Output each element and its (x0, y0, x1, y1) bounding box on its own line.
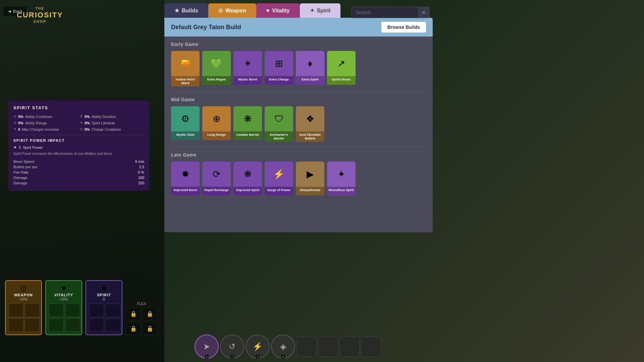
spirit-stats-panel: SPIRIT STATS ⊙ 0% Ability Cooldown ✗ 0% … (8, 101, 149, 191)
spirit-tab-icon: ✦ (310, 7, 314, 14)
stat-ability-range: ⊙ 0% Ability Range (13, 121, 78, 125)
vitality-tab-label: Vitality (272, 8, 289, 14)
tab-vitality[interactable]: ♥ Vitality (256, 3, 300, 18)
stats-grid: ⊙ 0% Ability Cooldown ✗ 0% Ability Durat… (13, 114, 144, 131)
weapon-stat-name: WEAPON (8, 293, 39, 297)
flex-slot-1: 🔒 (126, 307, 141, 320)
mid-game-section: Mid Game ⚙ Mystic Shot ⊕ Long Range ❋ Co… (164, 92, 433, 147)
flex-section: FLEX 🔒 🔒 🔒 🔒 (126, 299, 157, 335)
ability-slot-3[interactable]: ⚡ 3 (246, 335, 270, 359)
weapon-icon: ⊙ (8, 284, 39, 293)
improved-burst-name: Improved Burst (171, 187, 200, 195)
sharpshooter-icon: ▶ (296, 162, 324, 187)
long-range-icon: ⊕ (202, 106, 231, 131)
item-sharpshooter[interactable]: ▶ Sharpshooter (296, 162, 324, 195)
vitality-slot-4 (65, 318, 80, 332)
soul-shredder-icon: ❖ (296, 106, 324, 131)
item-combat-barrier[interactable]: ❋ Combat Barrier (233, 106, 262, 142)
spirit-stats-title: SPIRIT STATS (13, 106, 144, 110)
flex-slot-3: 🔒 (126, 322, 141, 335)
item-mystic-shot[interactable]: ⚙ Mystic Shot (171, 106, 200, 142)
ability-1-icon: ➤ (203, 342, 210, 351)
search-close-button[interactable]: ✕ (419, 7, 429, 18)
spirit-stat-box[interactable]: ★ SPIRIT 0 (86, 280, 122, 335)
item-enchanters-barrier[interactable]: 🛡 Enchanter's Barrier (265, 106, 293, 142)
builds-tab-label: Builds (182, 8, 198, 14)
spirit-power-title: SPIRIT POWER IMPACT (13, 138, 144, 142)
mid-game-items: ⚙ Mystic Shot ⊕ Long Range ❋ Combat Barr… (171, 106, 426, 142)
tab-spirit[interactable]: ✦ Spirit (300, 3, 341, 18)
damage1-value: 100 (138, 176, 144, 180)
builds-tab-icon: ★ (174, 7, 179, 14)
ability-slot-1[interactable]: ➤ 1 (195, 335, 219, 359)
hollow-point-ward-icon: 🔫 (171, 51, 200, 76)
spirit-icon: ★ (89, 284, 119, 293)
item-surge-of-power[interactable]: ⚡ Surge of Power (265, 162, 293, 195)
item-mystic-burst[interactable]: ✴ Mystic Burst (233, 51, 262, 86)
stats-list-move-speed: Move Speed 6 m/s (13, 159, 144, 164)
ability-slot-4[interactable]: ◈ 4 (271, 335, 295, 359)
character-stats-row: ⊙ WEAPON +0% ♥ VITALITY +0% ★ SPIRIT (5, 280, 157, 335)
enchanters-barrier-name: Enchanter's Barrier (265, 131, 293, 142)
max-charges-icon: ✦ (13, 127, 16, 131)
mid-game-title: Mid Game (171, 97, 426, 102)
flex-slots: 🔒 🔒 🔒 🔒 (126, 307, 157, 335)
item-extra-regen[interactable]: 💚 Extra Regen (202, 51, 231, 86)
ability-range-icon: ⊙ (13, 121, 16, 125)
combat-barrier-icon: ❋ (233, 106, 262, 131)
stat-ability-duration: ✗ 0% Ability Duration (80, 114, 144, 119)
item-improved-spirit[interactable]: ❋ Improved Spirit (233, 162, 262, 195)
tab-builds[interactable]: ★ Builds (164, 3, 208, 18)
item-improved-burst[interactable]: ✸ Improved Burst (171, 162, 200, 195)
vitality-stat-name: VITALITY (49, 293, 79, 297)
item-long-range[interactable]: ⊕ Long Range (202, 106, 231, 142)
rapid-recharge-icon: ⟳ (202, 162, 231, 187)
character-panel: ◄ Back THE CURIOSITY SHOP SPIRIT STATS ⊙… (0, 0, 164, 362)
early-game-items: 🔫 Hollow Point Ward 💚 Extra Regen ✴ Myst… (171, 51, 426, 86)
spirit-slot-1 (89, 304, 104, 317)
early-game-section: Early Game 🔫 Hollow Point Ward 💚 Extra R… (164, 37, 433, 92)
sharpshooter-name: Sharpshooter (296, 187, 324, 195)
spirit-slot-3 (89, 318, 104, 332)
ability-slot-2[interactable]: ↺ 2 (220, 335, 244, 359)
vitality-slots (49, 304, 79, 332)
mystic-shot-icon: ⚙ (171, 106, 200, 131)
search-input[interactable] (352, 7, 419, 18)
item-extra-charge[interactable]: ⊞ Extra Charge (265, 51, 293, 86)
item-boundless-spirit[interactable]: ✦ Boundless Spirit (327, 162, 356, 195)
item-rapid-recharge[interactable]: ⟳ Rapid Recharge (202, 162, 231, 195)
spirit-power-item: ★ 0 Spirit Power (13, 145, 144, 149)
weapon-slots (8, 304, 39, 332)
shop-logo-curiosity: CURIOSITY (17, 11, 63, 19)
vitality-stat-box[interactable]: ♥ VITALITY +0% (45, 280, 82, 335)
extra-spirit-name: Extra Spirit (296, 76, 324, 85)
spirit-power-section: SPIRIT POWER IMPACT ★ 0 Spirit Power Spi… (13, 135, 144, 186)
spirit-stat-name: SPIRIT (89, 293, 119, 297)
hollow-point-ward-name: Hollow Point Ward (171, 76, 200, 86)
rapid-recharge-name: Rapid Recharge (202, 187, 231, 195)
ability-slot-empty-2 (318, 337, 338, 357)
tab-weapon[interactable]: ⊙ Weapon (208, 3, 256, 18)
browse-builds-button[interactable]: Browse Builds (381, 22, 426, 33)
ability-bar: ➤ 1 ↺ 2 ⚡ 3 ◈ 4 (195, 335, 381, 359)
late-game-items: ✸ Improved Burst ⟳ Rapid Recharge ❋ Impr… (171, 162, 426, 195)
ability-2-num: 2 (230, 355, 234, 359)
ability-4-num: 4 (281, 355, 285, 359)
stat-charge-cooldown: ⊙ 0% Charge Cooldown (80, 127, 144, 131)
fire-rate-value: 0 % (138, 170, 144, 174)
item-hollow-point-ward[interactable]: 🔫 Hollow Point Ward (171, 51, 200, 86)
item-soul-shredder[interactable]: ❖ Soul Shredder Bullets (296, 106, 324, 142)
soul-shredder-name: Soul Shredder Bullets (296, 131, 324, 142)
item-sprint-boots[interactable]: ↗ Sprint Boots (327, 51, 356, 86)
stats-list: Move Speed 6 m/s Bullets per sec 2.5 Fir… (13, 159, 144, 186)
extra-spirit-icon: ♦ (296, 51, 324, 76)
sprint-boots-name: Sprint Boots (327, 76, 356, 85)
weapon-stat-box[interactable]: ⊙ WEAPON +0% (5, 280, 42, 335)
spirit-slot-4 (105, 318, 120, 332)
ability-slot-empty-1 (297, 337, 317, 357)
item-extra-spirit[interactable]: ♦ Extra Spirit (296, 51, 324, 86)
spirit-tab-label: Spirit (317, 8, 331, 14)
spirit-slots (89, 304, 119, 332)
search-bar: ✕ (352, 7, 429, 18)
vitality-slot-3 (49, 318, 64, 332)
